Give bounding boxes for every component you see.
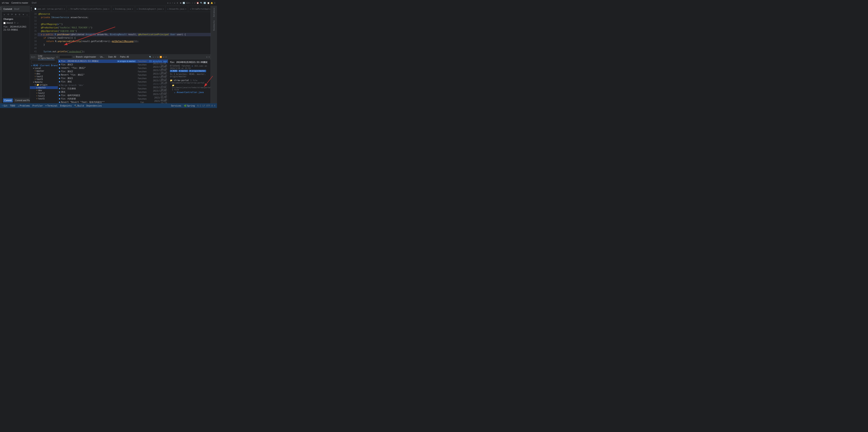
commit-to-master-btn[interactable]: Commit to master — [10, 1, 29, 4]
commit-message-area: fix: 2024年01月20日21:53:00测试 — [2, 25, 30, 97]
status-dependencies[interactable]: Dependencies — [86, 104, 102, 107]
expand-icon[interactable]: ⊞ — [14, 12, 18, 16]
amend-row: Amend ⏱ ↩ — [2, 21, 30, 25]
status-problems[interactable]: ⚠ Problems — [18, 104, 30, 107]
editor-content: 30 31 32 33 34 35 36 37 38 39 40 41 42 4… — [30, 12, 211, 54]
commit-msg-3: fix: 测试2 — [61, 70, 136, 73]
bottom-panel: Git: Log: origin/master Console ✕ ▷ HEAD… — [30, 54, 211, 103]
status-endpoints[interactable]: Endpoints — [60, 104, 72, 107]
commit-buttons: Commit Commit and Push... — [2, 97, 30, 103]
code-lines: @Resource private IAnswerService answerS… — [37, 12, 211, 54]
git-status-icon: ⑂ — [2, 104, 3, 107]
commit-msg-1: fix: 测试3 — [61, 63, 136, 66]
branch-filter-btn[interactable]: Branch: origin/master — [76, 56, 96, 58]
redo-icon[interactable]: ⟳ — [10, 12, 14, 16]
problems-icon: ⚠ — [18, 104, 19, 107]
commit-panel-header: Commit Shelf — [2, 6, 30, 12]
tree-branch-master-local[interactable]: ⑂ master — [30, 69, 58, 72]
tree-branch-test5-local[interactable]: ⑂ test5 — [30, 78, 58, 81]
commit-dot-5 — [59, 78, 60, 79]
commit-author-5: fanzhen — [137, 77, 148, 80]
date-filter-btn[interactable]: Date: All — [108, 56, 116, 58]
diff-icon[interactable]: ⊟ — [18, 12, 21, 16]
commit-dot-7 — [59, 85, 60, 86]
refresh-icon[interactable]: ↺ — [3, 12, 6, 16]
status-build[interactable]: 🔨 Build — [74, 104, 84, 107]
changes-section: Changes — [2, 17, 30, 21]
commit-button[interactable]: Commit — [3, 98, 13, 102]
git-search-area — [30, 60, 58, 64]
tree-origin-section[interactable]: ▾ 📁 origin — [30, 84, 58, 86]
git-side-label[interactable]: Git — [0, 7, 2, 10]
commit-title[interactable]: Commit — [3, 8, 12, 10]
shelf-btn[interactable]: Shelf — [31, 1, 37, 4]
paths-filter-btn[interactable]: Paths: All — [120, 56, 129, 58]
commit-panel: Commit Shelf ↺ ⟲ ⟳ ⊞ ⊟ ≡ … Changes Amend… — [2, 6, 30, 103]
tree-branch-test5-remote[interactable]: ⑂ test5 — [30, 97, 58, 100]
tab-strawportalapp[interactable]: ☕ StrawPortalApplication.java ✕ — [188, 6, 211, 12]
tree-local-section: ▾ Local — [30, 67, 58, 69]
status-terminal[interactable]: ⌨ Terminal — [45, 104, 58, 107]
commit-author-11: fanzhen — [137, 98, 148, 100]
tree-branch-dev-remote[interactable]: ⑂ dev — [30, 89, 58, 92]
shelf-button[interactable]: Shelf — [14, 8, 19, 10]
git-tab-log[interactable]: Log: origin/master — [38, 54, 55, 60]
tab-invokelogaspect[interactable]: ☕ InvokeLogAspect.java ✕ — [135, 6, 166, 12]
code-view: 30 31 32 33 34 35 36 37 38 39 40 41 42 4… — [30, 12, 211, 54]
commit-tag-origin: ⚑ origin & master — [117, 60, 136, 62]
commit-dot-11 — [59, 98, 60, 99]
build-icon: 🔨 — [74, 104, 77, 107]
tree-head[interactable]: ▷ HEAD (Current Branch) — [30, 64, 58, 67]
status-services[interactable]: Services — [171, 104, 181, 107]
tab-answervo[interactable]: ☕ AnswerVo.java ✕ — [165, 6, 188, 12]
detail-tag-origin-master: ⚑ origin/master — [189, 70, 206, 72]
git-tab-git[interactable]: Git: — [31, 56, 36, 59]
status-profiler[interactable]: Profiler — [32, 104, 43, 107]
code-line-33: @PostMapping(®"") — [37, 23, 211, 26]
detail-tag-head: ⚑ HEAD — [170, 70, 178, 72]
undo-icon[interactable]: ⟲ — [6, 12, 10, 16]
commit-toolbar: ↺ ⟲ ⟳ ⊞ ⊟ ≡ … — [2, 12, 30, 17]
tree-branch-test2-local[interactable]: ⑂ test2 — [30, 75, 58, 78]
code-line-36: ⚙ @ public R postAnswer(@Validated Answe… — [37, 33, 211, 36]
commit-date-12: 2023/7/28, 19:10 — [148, 100, 167, 103]
code-line-40 — [37, 47, 211, 50]
status-bar: ⑂ Git TODO ⚠ Problems Profiler ⌨ Termina… — [0, 103, 217, 108]
status-git[interactable]: ⑂ Git — [2, 104, 7, 107]
commit-dot-8 — [59, 88, 60, 89]
code-line-38: return R.unproecsableEntity(result.getFi… — [37, 40, 211, 43]
git-log-main: ⚙ Branch: origin/master | Us... | Date: … — [58, 55, 168, 103]
commit-dot-4 — [59, 74, 60, 75]
status-todo[interactable]: TODO — [10, 104, 15, 107]
git-search-input[interactable] — [31, 60, 57, 63]
commit-msg-7: Merge branch 'dev' — [61, 84, 136, 87]
settings-icon[interactable]: ≡ — [22, 12, 25, 16]
vtab-bookmarks[interactable]: Bookmarks — [213, 20, 216, 32]
tab-invokelog[interactable]: ☕ InvokeLog.java ✕ — [112, 6, 135, 12]
commit-row-12[interactable]: Revert "Revert "feat: 现有代码提交"" fan 2023/… — [58, 100, 168, 103]
app-name: straw — [2, 1, 9, 4]
more-icon[interactable]: … — [25, 12, 29, 16]
tree-branch-test2-remote[interactable]: ⑂ test2 — [30, 92, 58, 95]
editor-tab-bar: ⚙ ✕ 📄 pom.xml (straw-portal) ✕ ☕ StrawPo… — [30, 6, 211, 12]
commit-msg-9: 测试 — [61, 91, 136, 93]
status-spring[interactable]: 🌿 Spring — [184, 104, 195, 107]
tab-straw-portal-tests[interactable]: ☕ StrawPortalApplicationTests.java ✕ — [67, 6, 112, 12]
commit-msg-0: fix: 2024年01月20日21:53:00测试 — [61, 60, 116, 63]
git-tabs-bar: Git: Log: origin/master Console ✕ — [30, 55, 58, 60]
tree-branch-dev-local[interactable]: ⑂ dev — [30, 72, 58, 75]
amend-checkbox[interactable] — [3, 22, 5, 24]
tab-pom-xml[interactable]: 📄 pom.xml (straw-portal) ✕ — [33, 6, 67, 12]
vtab-database[interactable]: Database — [213, 7, 216, 18]
detail-branches: In 3 branches: HEAD, master, origin/mast… — [170, 73, 209, 78]
user-filter-btn[interactable]: Us... — [100, 56, 104, 58]
code-line-42 — [37, 53, 211, 54]
detail-tag-master: ⚑ master — [178, 70, 188, 72]
tree-branch-test3-remote[interactable]: ⑂ test3 — [30, 95, 58, 97]
git-tree-content: ▷ HEAD (Current Branch) ▾ Local ⑂ master… — [30, 64, 58, 103]
tree-branch-master-remote[interactable]: ★ master — [30, 86, 58, 89]
commit-msg-2: revert: "fix: 测试2" — [61, 67, 136, 69]
git-log-search[interactable] — [59, 55, 72, 59]
code-line-30: @Resource — [37, 12, 211, 16]
commit-dot-0 — [59, 61, 60, 62]
